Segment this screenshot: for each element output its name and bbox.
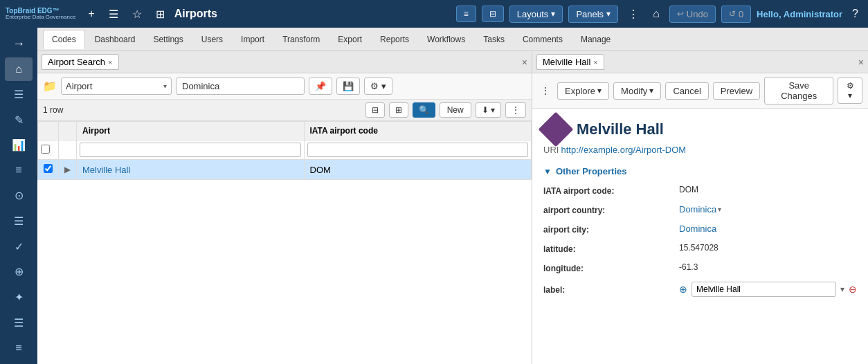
label-prop-label: label:	[543, 284, 565, 295]
filter-toggle-button[interactable]: ⊟	[365, 102, 385, 118]
airport-filter-cell	[77, 140, 305, 160]
sidebar-item-add[interactable]: ⊕	[5, 260, 33, 284]
filter-expand-cell	[59, 140, 77, 160]
sidebar-item-menu2[interactable]: ≡	[5, 336, 33, 360]
more-options-button[interactable]: ⋮	[624, 5, 643, 24]
explore-label: Explore	[565, 86, 595, 96]
sidebar-item-search[interactable]: ⊙	[5, 184, 33, 208]
label-add-icon[interactable]: ⊕	[679, 284, 687, 295]
tab-tasks[interactable]: Tasks	[475, 30, 513, 48]
search-active-button[interactable]: 🔍	[413, 102, 435, 118]
latitude-label: latitude:	[543, 243, 668, 254]
airport-table: Airport IATA airport code	[37, 121, 532, 180]
sidebar-item-edit[interactable]: ✎	[5, 108, 33, 132]
menu-button[interactable]: ☰	[105, 5, 123, 24]
home-button[interactable]: ⌂	[649, 5, 664, 23]
table-row[interactable]: ▶ Melville Hall DOM	[38, 160, 532, 180]
layers-button[interactable]: ⊟	[482, 6, 504, 22]
label-dropdown-icon[interactable]: ▾	[840, 284, 844, 294]
more-actions-button[interactable]: ⋮	[505, 102, 526, 118]
sidebar-collapse-button[interactable]: →	[5, 32, 33, 56]
tab-comments[interactable]: Comments	[514, 30, 571, 48]
city-link[interactable]: Dominica	[679, 224, 716, 234]
sidebar-item-check[interactable]: ✓	[5, 235, 33, 259]
filter-input[interactable]	[176, 78, 305, 95]
star-button[interactable]: ☆	[128, 5, 146, 24]
sidebar-item-list2[interactable]: ☰	[5, 311, 33, 335]
sidebar-item-menu[interactable]: ≡	[5, 158, 33, 183]
airport-search-tab[interactable]: Airport Search ×	[42, 54, 119, 70]
country-chevron-icon[interactable]: ▾	[718, 206, 721, 213]
melville-hall-tab[interactable]: Melville Hall ×	[536, 54, 604, 70]
airport-city-value: Dominica	[679, 224, 857, 235]
section-header[interactable]: ▼ Other Properties	[543, 166, 857, 176]
tab-dashboard[interactable]: Dashboard	[87, 30, 144, 48]
checkbox-header	[38, 122, 59, 140]
save-changes-button[interactable]: Save Changes	[764, 77, 833, 104]
folder-icon[interactable]: 📁	[43, 80, 57, 93]
type-select[interactable]: Airport ▾	[61, 78, 172, 95]
layouts-label: Layouts	[517, 9, 549, 19]
sidebar-item-home[interactable]: ⌂	[5, 57, 33, 82]
type-select-value: Airport	[66, 81, 161, 91]
add-button[interactable]: +	[84, 5, 98, 23]
row-expand-cell[interactable]: ▶	[59, 160, 77, 180]
select-all-checkbox[interactable]	[41, 145, 50, 154]
airport-name-link[interactable]: Melville Hall	[82, 165, 130, 175]
property-grid: IATA airport code: DOM airport country: …	[543, 185, 857, 297]
save-search-button[interactable]: 💾	[336, 78, 360, 95]
undo-button[interactable]: ↩ Undo	[669, 6, 716, 23]
airport-filter-input[interactable]	[80, 143, 301, 157]
export-button[interactable]: ⬇ ▾	[476, 102, 501, 118]
grid-button[interactable]: ⊞	[152, 5, 169, 24]
airport-search-tab-close[interactable]: ×	[108, 58, 112, 66]
layouts-button[interactable]: Layouts▾	[509, 6, 563, 23]
uri-value[interactable]: http://example.org/Airport-DOM	[561, 145, 686, 155]
tab-workflows[interactable]: Workflows	[419, 30, 473, 48]
label-remove-icon[interactable]: ⊖	[849, 284, 857, 295]
sidebar-item-star[interactable]: ✦	[5, 285, 33, 309]
iata-code-detail-value: DOM	[679, 185, 857, 196]
user-name[interactable]: Administrator	[784, 9, 842, 19]
pin-button[interactable]: 📌	[309, 78, 332, 95]
country-link[interactable]: Dominica	[679, 204, 716, 215]
list-view-button[interactable]: ≡	[456, 6, 476, 22]
row-count: 1 row	[43, 105, 63, 115]
longitude-label: longitude:	[543, 262, 668, 273]
redo-button[interactable]: ↺ 0	[721, 6, 751, 23]
detail-gear-button[interactable]: ⚙ ▾	[838, 78, 862, 104]
tab-codes[interactable]: Codes	[43, 30, 85, 49]
cancel-button[interactable]: Cancel	[665, 82, 708, 100]
country-dropdown[interactable]: Dominica ▾	[679, 204, 721, 215]
sidebar-item-list[interactable]: ☰	[5, 82, 33, 107]
section-toggle-icon: ▼	[543, 167, 552, 176]
iata-filter-input[interactable]	[307, 143, 529, 157]
hello-text: Hello, Administrator	[757, 9, 842, 19]
tab-transform[interactable]: Transform	[274, 30, 328, 48]
row-checkbox[interactable]	[44, 164, 53, 173]
panels-button[interactable]: Panels▾	[568, 6, 618, 23]
detail-more-icon[interactable]: ⋮	[538, 82, 553, 99]
tab-settings[interactable]: Settings	[145, 30, 191, 48]
left-panel-close[interactable]: ×	[522, 57, 527, 68]
help-button[interactable]: ?	[848, 5, 862, 23]
explore-button[interactable]: Explore▾	[557, 82, 609, 100]
tab-manage[interactable]: Manage	[572, 30, 619, 48]
melville-hall-tab-close[interactable]: ×	[593, 58, 597, 66]
label-label-container: label:	[543, 282, 668, 297]
label-input[interactable]	[691, 282, 836, 297]
columns-button[interactable]: ⊞	[389, 102, 408, 118]
preview-button[interactable]: Preview	[713, 82, 760, 100]
modify-button[interactable]: Modify▾	[613, 82, 661, 100]
new-button[interactable]: New	[440, 102, 471, 118]
sidebar-item-chart[interactable]: 📊	[5, 133, 33, 157]
tab-users[interactable]: Users	[193, 30, 231, 48]
search-gear-button[interactable]: ⚙ ▾	[364, 78, 392, 95]
detail-title: Melville Hall	[577, 120, 664, 138]
tab-import[interactable]: Import	[233, 30, 273, 48]
tab-export[interactable]: Export	[329, 30, 370, 48]
tab-reports[interactable]: Reports	[372, 30, 417, 48]
brand-subtitle: Enterprise Data Governance	[6, 15, 75, 21]
sidebar-item-doc[interactable]: ☰	[5, 209, 33, 233]
right-panel-close[interactable]: ×	[858, 57, 864, 68]
